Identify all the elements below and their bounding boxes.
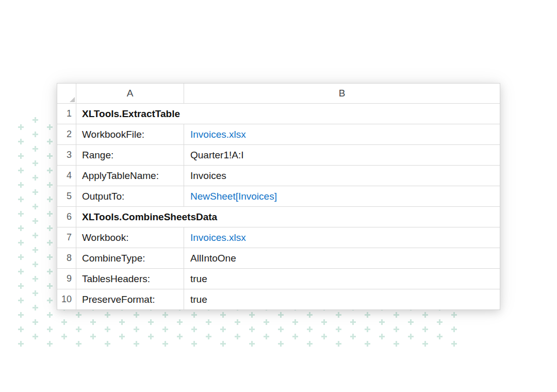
table-row: 4ApplyTableName:Invoices [57,165,500,186]
plus-icon [134,341,139,347]
row-number[interactable]: 1 [57,104,76,124]
cell-b-value[interactable]: true [184,289,500,309]
cell-a-label[interactable]: TablesHeaders: [76,269,184,289]
table-row: 10PreserveFormat:true [57,289,500,309]
row-number[interactable]: 9 [57,269,76,289]
cell-b-value[interactable]: AllIntoOne [184,248,500,268]
cell-b-value[interactable]: true [184,269,500,289]
table-body: 1XLTools.ExtractTable2WorkbookFile:Invoi… [57,103,500,309]
plus-icon [162,312,168,318]
plus-icon [32,117,38,123]
plus-icon [249,341,255,347]
plus-icon [379,319,385,325]
cell-b-link[interactable]: Invoices.xlsx [190,129,246,140]
plus-icon [18,168,24,173]
row-number[interactable]: 6 [57,207,76,227]
plus-icon [191,312,197,318]
plus-icon [235,319,240,325]
plus-icon [76,326,81,332]
table-row: 1XLTools.ExtractTable [57,103,500,124]
plus-icon [321,334,327,339]
table-row: 3Range:Quarter1!A:I [57,144,500,165]
cell-b-value[interactable]: Quarter1!A:I [184,145,500,165]
plus-icon [379,334,385,339]
plus-icon [76,341,81,347]
plus-icon [134,312,139,318]
cell-a-label[interactable]: WorkbookFile: [76,124,184,144]
plus-icon [105,326,110,332]
plus-icon [18,197,24,202]
page: A B 1XLTools.ExtractTable2WorkbookFile:I… [0,0,557,392]
plus-icon [220,312,226,318]
plus-icon [119,319,125,325]
spreadsheet-table: A B 1XLTools.ExtractTable2WorkbookFile:I… [57,83,500,310]
column-header-row: A B [57,84,500,103]
cell-b-link[interactable]: Invoices.xlsx [190,232,246,243]
cell-a-label[interactable]: ApplyTableName: [76,166,184,186]
plus-icon [18,283,24,289]
plus-icon [18,298,24,303]
plus-icon [220,326,226,332]
plus-icon [292,334,298,339]
plus-icon [18,312,24,318]
plus-icon [18,124,24,130]
plus-icon [148,319,154,325]
plus-icon [18,254,24,260]
cell-a-label[interactable]: Workbook: [76,227,184,248]
cell-b-value[interactable]: Invoices.xlsx [184,124,500,144]
corner-triangle-icon [70,97,75,102]
cell-b-value[interactable]: Invoices.xlsx [184,227,500,248]
plus-icon [47,269,53,274]
plus-icon [307,341,313,347]
plus-icon [394,326,399,332]
cell-a-label[interactable]: Range: [76,145,184,165]
row-number[interactable]: 7 [57,227,76,248]
plus-icon [437,334,443,339]
plus-icon [32,334,38,339]
plus-icon [18,225,24,231]
plus-icon [220,341,226,347]
plus-icon [47,283,53,289]
plus-icon [451,326,457,332]
row-number[interactable]: 8 [57,248,76,268]
cell-a-label[interactable]: PreserveFormat: [76,289,184,309]
row-number[interactable]: 2 [57,124,76,144]
cell-a-section-title[interactable]: XLTools.CombineSheetsData [76,207,500,227]
plus-icon [451,341,457,347]
cell-a-section-title[interactable]: XLTools.ExtractTable [76,104,500,124]
plus-icon [47,312,53,318]
select-all-corner[interactable] [57,84,76,103]
plus-icon [47,298,53,303]
plus-icon [105,341,110,347]
row-number[interactable]: 4 [57,166,76,186]
plus-icon [47,326,53,332]
row-number[interactable]: 3 [57,145,76,165]
plus-icon [119,334,125,339]
table-row: 8CombineType:AllIntoOne [57,248,500,268]
plus-icon [18,139,24,144]
plus-icon [90,319,96,325]
cell-b-link[interactable]: NewSheet[Invoices] [190,191,277,202]
plus-icon [18,153,24,159]
column-header-b[interactable]: B [184,84,500,103]
plus-icon [32,160,38,166]
cell-a-label[interactable]: OutputTo: [76,186,184,206]
cell-a-label[interactable]: CombineType: [76,248,184,268]
plus-icon [451,312,457,318]
row-number[interactable]: 5 [57,186,76,206]
plus-icon [47,225,53,231]
table-row: 6XLTools.CombineSheetsData [57,206,500,227]
plus-icon [249,312,255,318]
plus-icon [191,326,197,332]
cell-b-value[interactable]: NewSheet[Invoices] [184,186,500,206]
plus-icon [264,334,269,339]
plus-icon [32,146,38,152]
cell-b-value[interactable]: Invoices [184,166,500,186]
plus-icon [177,334,183,339]
plus-icon [191,341,197,347]
plus-icon [32,319,38,325]
row-number[interactable]: 10 [57,289,76,309]
column-header-a[interactable]: A [76,84,184,103]
table-row: 9TablesHeaders:true [57,268,500,289]
plus-icon [47,254,53,260]
